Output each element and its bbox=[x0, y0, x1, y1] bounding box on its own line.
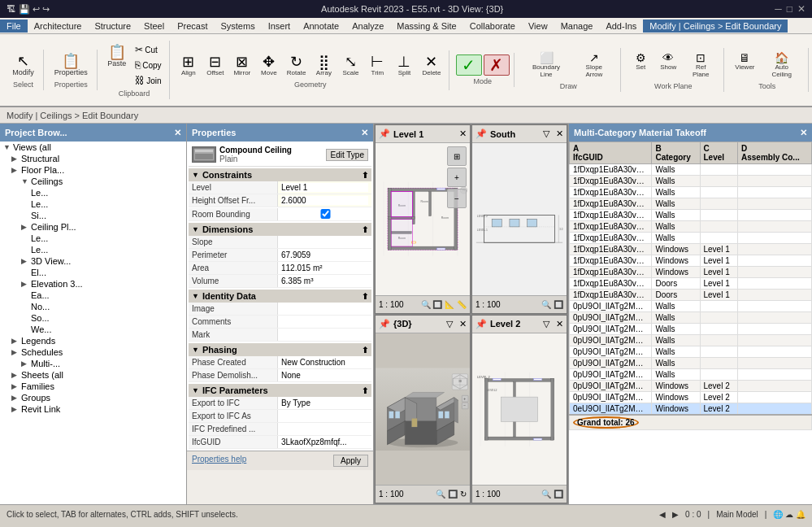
apply-button[interactable]: Apply bbox=[333, 455, 368, 467]
table-row[interactable]: 0pU9OI_lIATg2MCXY68XkcWalls bbox=[570, 324, 812, 335]
table-content[interactable]: A IfcGUID B Category C Level D bbox=[569, 142, 812, 504]
viewer-button[interactable]: 🖥 Viewer bbox=[731, 50, 758, 81]
finish-edit-button[interactable]: ✓ bbox=[456, 54, 482, 76]
level1-toolbar-icons[interactable]: 🔍 🔲 📐 📏 bbox=[421, 300, 467, 309]
tree-ceiling-level2[interactable]: Le... bbox=[0, 198, 186, 210]
window-controls[interactable]: ─ □ ✕ bbox=[775, 3, 805, 15]
paste-button[interactable]: 📋 Paste bbox=[103, 42, 130, 88]
menu-file[interactable]: File bbox=[0, 20, 28, 33]
table-row[interactable]: 0pU9OI_lIATg2MCXY68XkbWalls bbox=[570, 358, 812, 369]
mirror-button[interactable]: ⊠ Mirror bbox=[229, 52, 255, 79]
tree-schedules[interactable]: ▶ Schedules bbox=[0, 346, 186, 358]
cut-button[interactable]: ✂ Cut bbox=[132, 42, 164, 57]
properties-help-link[interactable]: Properties help bbox=[192, 455, 246, 467]
split-button[interactable]: ⊥ Split bbox=[391, 52, 417, 79]
menu-structure[interactable]: Structure bbox=[88, 20, 137, 33]
menu-analyze[interactable]: Analyze bbox=[345, 20, 390, 33]
align-button[interactable]: ⊞ Align bbox=[176, 52, 202, 79]
table-row[interactable]: 1fDxqp1Eu8A30v9AaqW_Walls bbox=[570, 221, 812, 233]
tree-elev-west[interactable]: We... bbox=[0, 324, 186, 335]
nav-controls-level1[interactable]: ⊞ + − bbox=[447, 146, 467, 208]
menu-massing[interactable]: Massing & Site bbox=[390, 20, 462, 33]
height-offset-value[interactable] bbox=[278, 194, 371, 207]
menu-precast[interactable]: Precast bbox=[171, 20, 214, 33]
ifc-section[interactable]: ▼ IFC Parameters ⬆ bbox=[189, 384, 371, 397]
menu-modify-ceilings[interactable]: Modify | Ceilings > Edit Boundary bbox=[643, 20, 788, 33]
table-row[interactable]: 1fDxqp1Eu8A30v9AaqhEWindowsLevel 1 bbox=[570, 244, 812, 255]
properties-panel-close[interactable]: ✕ bbox=[361, 128, 368, 138]
close-button[interactable]: ✕ bbox=[797, 3, 805, 15]
properties-ribbon-button[interactable]: 📋 Properties bbox=[50, 51, 92, 79]
tree-multi-category[interactable]: ▶ Multi-... bbox=[0, 358, 186, 369]
room-bounding-value[interactable] bbox=[278, 207, 371, 220]
slope-arrow-button[interactable]: ↗ Slope Arrow bbox=[573, 50, 616, 81]
constraints-section[interactable]: ▼ Constraints ⬆ bbox=[189, 168, 371, 181]
level1-view-content[interactable]: Room Room Room Room bbox=[376, 143, 470, 295]
tree-ceiling-level1[interactable]: Le... bbox=[0, 187, 186, 198]
tree-elev-south[interactable]: So... bbox=[0, 312, 186, 324]
offset-button[interactable]: ⊟ Offset bbox=[202, 52, 228, 79]
tree-3d-el[interactable]: El... bbox=[0, 267, 186, 278]
tree-ceiling-plans[interactable]: ▶ Ceiling Pl... bbox=[0, 221, 186, 233]
tree-revit-link[interactable]: ▶ Revit Link bbox=[0, 403, 186, 415]
level-input[interactable] bbox=[281, 183, 368, 192]
table-row[interactable]: 0pU9OI_lIATg2MCXY68XkxWindowsLevel 2 bbox=[570, 381, 812, 392]
table-row[interactable]: 1fDxqp1Eu8A30v9AaqpXWindowsLevel 1 bbox=[570, 267, 812, 278]
level1-close[interactable]: ✕ bbox=[459, 128, 467, 139]
menu-steel[interactable]: Steel bbox=[137, 20, 171, 33]
table-row[interactable]: 1fDxqp1Eu8A30v9AaqZQWalls bbox=[570, 164, 812, 176]
tree-floor-plans[interactable]: ▶ Floor Pla... bbox=[0, 164, 186, 176]
zoom-fit-level1[interactable]: ⊞ bbox=[447, 146, 467, 166]
trim-button[interactable]: ⊢ Trim bbox=[364, 52, 390, 79]
tree-ceilings[interactable]: ▼ Ceilings bbox=[0, 176, 186, 187]
table-row[interactable]: 0pU9OI_lIATg2MCXY68XkWWalls bbox=[570, 312, 812, 324]
maximize-button[interactable]: □ bbox=[787, 3, 792, 15]
3d-expand[interactable]: ▽ bbox=[446, 319, 453, 329]
height-offset-input[interactable] bbox=[281, 196, 368, 205]
menu-collaborate[interactable]: Collaborate bbox=[463, 20, 522, 33]
rotate-button[interactable]: ↻ Rotate bbox=[283, 52, 310, 79]
table-row[interactable]: 1fDxqp1Eu8A30v9AaqVWalls bbox=[570, 233, 812, 244]
menu-addins[interactable]: Add-Ins bbox=[599, 20, 643, 33]
tree-elev-east[interactable]: Ea... bbox=[0, 290, 186, 301]
level2-expand[interactable]: ▽ bbox=[543, 319, 549, 329]
3d-view-content[interactable]: 3D + − bbox=[376, 333, 470, 486]
level2-close[interactable]: ✕ bbox=[556, 319, 563, 329]
tree-cplan-l1[interactable]: Le... bbox=[0, 233, 186, 244]
phasing-section[interactable]: ▼ Phasing ⬆ bbox=[189, 343, 371, 356]
table-row[interactable]: 0pU9OI_lIATg2MCXY68XkwWalls bbox=[570, 369, 812, 381]
table-row[interactable]: 0pU9OI_lIATg2MCXY68XxuWindowsLevel 2 bbox=[570, 392, 812, 403]
tree-structural[interactable]: ▶ Structural bbox=[0, 153, 186, 164]
boundary-line-button[interactable]: ⬜ Boundary Line bbox=[521, 50, 571, 81]
table-row[interactable]: 0eU9OI_lIATg2MCXY68XxuWindowsLevel 2 bbox=[570, 403, 812, 416]
table-close[interactable]: ✕ bbox=[800, 128, 807, 138]
join-button[interactable]: ⛓ Join bbox=[132, 73, 164, 88]
auto-ceiling-button[interactable]: 🏠 Auto Ceiling bbox=[760, 50, 803, 81]
level2-toolbar-icons[interactable]: 🔍 🔲 bbox=[541, 490, 563, 499]
dimensions-section[interactable]: ▼ Dimensions ⬆ bbox=[189, 223, 371, 236]
table-row[interactable]: 1fDxqp1Eu8A30v9AaqpEWindowsLevel 1 bbox=[570, 255, 812, 267]
south-expand[interactable]: ▽ bbox=[543, 128, 549, 139]
table-row[interactable]: 1fDxqp1Eu8A30v9AaqYxWalls bbox=[570, 187, 812, 198]
menu-annotate[interactable]: Annotate bbox=[297, 20, 345, 33]
show-button[interactable]: 👁 Show bbox=[655, 50, 681, 81]
menu-view[interactable]: View bbox=[522, 20, 554, 33]
table-row[interactable]: 1fDxqp1Eu8A30v9AaqfdDoorsLevel 1 bbox=[570, 290, 812, 301]
delete-button[interactable]: ✕ Delete bbox=[418, 52, 445, 79]
tree-families[interactable]: ▶ Families bbox=[0, 381, 186, 392]
menu-insert[interactable]: Insert bbox=[262, 20, 297, 33]
nav-prev[interactable]: ◀ bbox=[659, 510, 666, 519]
tree-elev-north[interactable]: No... bbox=[0, 301, 186, 312]
status-icons[interactable]: 🌐 ☁ 🔔 bbox=[773, 510, 805, 519]
modify-button[interactable]: ↖ Modify bbox=[8, 51, 38, 79]
south-view-content[interactable]: LEVEL 2 LEVEL 1 3.0 bbox=[472, 143, 567, 295]
zoom-in-level1[interactable]: + bbox=[447, 168, 467, 187]
table-row[interactable]: 1fDxqp1Eu8A30v9AaqlqWalls bbox=[570, 210, 812, 221]
move-button[interactable]: ✥ Move bbox=[256, 52, 282, 79]
minimize-button[interactable]: ─ bbox=[775, 3, 782, 15]
cancel-edit-button[interactable]: ✗ bbox=[484, 54, 510, 76]
tree-legends[interactable]: ▶ Legends bbox=[0, 335, 186, 346]
set-button[interactable]: ⚙ Set bbox=[627, 50, 654, 81]
table-row[interactable]: 1fDxqp1Eu8A30v9AaqUWalls bbox=[570, 198, 812, 210]
tree-groups[interactable]: ▶ Groups bbox=[0, 392, 186, 403]
